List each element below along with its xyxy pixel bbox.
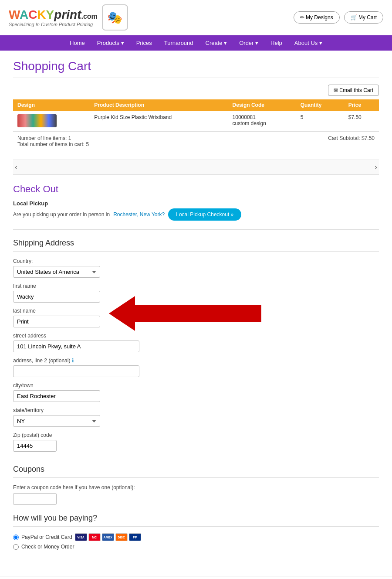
- cart-next-arrow[interactable]: ›: [375, 163, 377, 172]
- logo-icon: 🎭: [102, 4, 128, 31]
- payment-paypal-text: PayPal or Credit Card: [21, 534, 72, 540]
- lastname-input[interactable]: [13, 316, 100, 327]
- address2-label-text: address, line 2 (optional): [13, 358, 70, 364]
- payment-section: How will you be paying? PayPal or Credit…: [13, 514, 379, 550]
- coupons-title: Coupons: [13, 465, 379, 478]
- logo-area: WACKYprint.com Specializing In Custom Pr…: [9, 4, 128, 31]
- my-cart-button[interactable]: 🛒 My Cart: [344, 11, 383, 24]
- local-pickup-text: Are you picking up your order in person …: [13, 208, 379, 221]
- total-items-count: Total number of items in cart: 5: [17, 141, 89, 147]
- cart-summary-left: Number of line items: 1 Total number of …: [17, 135, 89, 147]
- checkout-title: Check Out: [13, 184, 379, 195]
- discover-icon: DISC: [115, 533, 128, 541]
- logo-sub: Specializing In Custom Product Printing: [9, 22, 98, 27]
- local-pickup-desc: Are you picking up your order in person …: [13, 211, 110, 218]
- shipping-address-section: Shipping Address Country: United States …: [13, 238, 379, 452]
- arrow-body: [135, 305, 261, 322]
- shipping-title: Shipping Address: [13, 238, 379, 252]
- payment-paypal-radio[interactable]: [13, 535, 19, 540]
- nav-help[interactable]: Help: [264, 35, 288, 51]
- payment-check-text: Check or Money Order: [21, 544, 74, 550]
- design-code-line2: custom design: [233, 120, 266, 126]
- logo-a: A: [20, 8, 28, 21]
- logo-print: print: [54, 8, 81, 21]
- country-group: Country: United States of America: [13, 258, 379, 278]
- paypal-icon: PP: [129, 533, 141, 541]
- design-code-line1: 10000081: [233, 114, 256, 120]
- nav-prices[interactable]: Prices: [130, 35, 158, 51]
- street-input[interactable]: [13, 341, 139, 352]
- nav-order[interactable]: Order ▾: [233, 35, 264, 51]
- street-label: street address: [13, 333, 379, 339]
- logo: WACKYprint.com Specializing In Custom Pr…: [9, 8, 98, 27]
- city-input[interactable]: [13, 390, 100, 402]
- nav-about-us[interactable]: About Us ▾: [288, 35, 328, 51]
- cart-subtotal: Cart Subtotal: $7.50: [328, 135, 375, 147]
- state-select[interactable]: NY: [13, 415, 100, 427]
- logo-text: WACKYprint.com: [9, 8, 98, 22]
- cart-item-description: Purple Kid Size Plastic Wristband: [90, 111, 228, 131]
- visa-icon: VISA: [75, 533, 87, 541]
- mastercard-icon: MC: [88, 533, 101, 541]
- cart-item-quantity: 5: [296, 111, 344, 131]
- city-group: city/town: [13, 382, 379, 402]
- table-row: Purple Kid Size Plastic Wristband 100000…: [13, 111, 379, 131]
- main-content: Shopping Cart ✉ Email this Cart Design P…: [0, 51, 392, 567]
- country-label: Country:: [13, 258, 379, 264]
- payment-title: How will you be paying?: [13, 514, 379, 527]
- firstname-input[interactable]: [13, 291, 100, 303]
- state-group: state/territory NY: [13, 407, 379, 427]
- red-arrow-annotation: [109, 296, 261, 331]
- footer-bar: « Go back and edit your cart Continue (C…: [0, 576, 392, 579]
- logo-k: K: [37, 8, 46, 21]
- city-label: city/town: [13, 382, 379, 388]
- logo-com: .com: [81, 13, 98, 20]
- col-price: Price: [344, 99, 379, 111]
- cart-item-code: 10000081 custom design: [228, 111, 296, 131]
- cart-summary: Number of line items: 1 Total number of …: [13, 131, 379, 151]
- my-designs-button[interactable]: ✏ My Designs: [294, 11, 340, 24]
- nav-turnaround[interactable]: Turnaround: [158, 35, 199, 51]
- zip-group: Zip (postal) code: [13, 432, 379, 452]
- info-icon[interactable]: ℹ: [72, 358, 74, 364]
- payment-check-label: Check or Money Order: [13, 544, 379, 550]
- local-pickup-title: Local Pickup: [13, 200, 379, 207]
- zip-input[interactable]: [13, 440, 57, 452]
- col-quantity: Quantity: [296, 99, 344, 111]
- arrow-head: [109, 296, 135, 331]
- page-title: Shopping Cart: [13, 59, 379, 78]
- nav-home[interactable]: Home: [64, 35, 91, 51]
- header-buttons: ✏ My Designs 🛒 My Cart: [294, 11, 383, 24]
- nav-create[interactable]: Create ▾: [199, 35, 233, 51]
- main-nav: Home Products ▾ Prices Turnaround Create…: [0, 35, 392, 51]
- local-pickup-checkout-button[interactable]: Local Pickup Checkout »: [168, 208, 241, 221]
- address2-label: address, line 2 (optional) ℹ: [13, 358, 379, 364]
- cart-nav-arrows: ‹ ›: [13, 160, 379, 175]
- street-group: street address: [13, 333, 379, 352]
- col-design: Design: [13, 99, 90, 111]
- payment-paypal-label: PayPal or Credit Card VISA MC AMEX DISC …: [13, 533, 379, 541]
- zip-label: Zip (postal) code: [13, 432, 379, 438]
- local-pickup-link[interactable]: Rochester, New York?: [113, 211, 165, 218]
- col-code: Design Code: [228, 99, 296, 111]
- logo-c: C: [28, 8, 37, 21]
- coupons-desc: Enter a coupon code here if you have one…: [13, 484, 379, 490]
- design-image: [17, 114, 57, 127]
- email-cart-button[interactable]: ✉ Email this Cart: [328, 85, 379, 96]
- coupon-input[interactable]: [13, 493, 57, 505]
- site-header: WACKYprint.com Specializing In Custom Pr…: [0, 0, 392, 35]
- coupons-section: Coupons Enter a coupon code here if you …: [13, 460, 379, 505]
- nav-products[interactable]: Products ▾: [91, 35, 130, 51]
- logo-y: Y: [46, 8, 54, 21]
- state-label: state/territory: [13, 407, 379, 413]
- cart-table: Design Product Description Design Code Q…: [13, 99, 379, 131]
- payment-check-radio[interactable]: [13, 544, 19, 550]
- cart-section: ✉ Email this Cart Design Product Descrip…: [13, 85, 379, 151]
- line-items-count: Number of line items: 1: [17, 135, 89, 141]
- country-select[interactable]: United States of America: [13, 266, 100, 278]
- firstname-label: first name: [13, 283, 379, 289]
- address2-input[interactable]: [13, 365, 139, 377]
- amex-icon: AMEX: [102, 533, 114, 541]
- col-description: Product Description: [90, 99, 228, 111]
- cart-prev-arrow[interactable]: ‹: [15, 163, 17, 172]
